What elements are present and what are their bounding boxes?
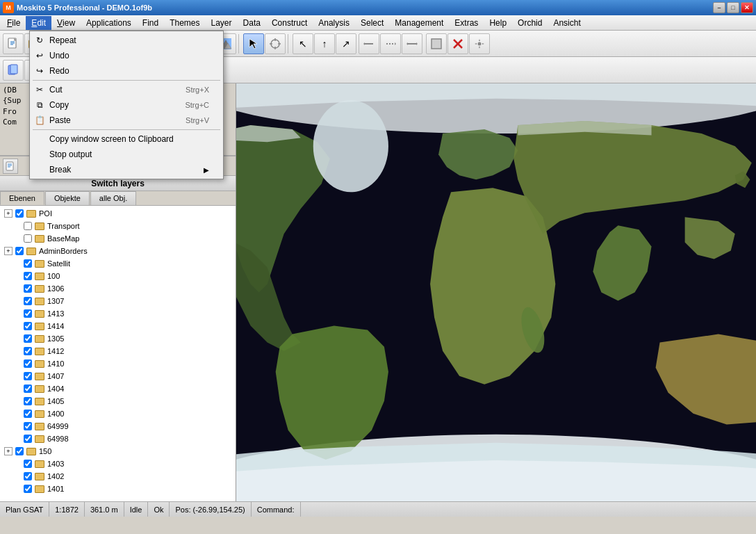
checkbox-1410[interactable] <box>24 359 32 368</box>
toolbar-line-1[interactable] <box>359 33 379 54</box>
title-bar: M Moskito 5 Professional - DEMO.1of9b – … <box>0 0 756 15</box>
list-item: 1400 <box>1 407 234 420</box>
close-button[interactable]: ✕ <box>741 2 753 13</box>
folder-icon-150 <box>26 448 36 455</box>
checkbox-1404[interactable] <box>24 385 32 393</box>
expand-spacer <box>13 347 21 355</box>
checkbox-1413[interactable] <box>24 309 32 318</box>
folder-icon-64999 <box>35 423 44 430</box>
toolbar-settings[interactable] <box>469 33 490 54</box>
checkbox-poi[interactable] <box>15 209 24 218</box>
menu-item-stop-output[interactable]: Stop output <box>30 147 223 162</box>
menu-extras[interactable]: Extras <box>449 16 484 30</box>
checkbox-1414[interactable] <box>24 322 32 330</box>
menu-layer[interactable]: Layer <box>206 16 238 30</box>
pos-text: Pos: (-26.99,154.25) <box>175 505 245 514</box>
status-scale: 1:1872 <box>49 502 85 517</box>
checkbox-satellit[interactable] <box>24 259 32 268</box>
checkbox-basemap[interactable] <box>24 234 32 243</box>
menu-edit[interactable]: Edit <box>26 16 51 30</box>
checkbox-150[interactable] <box>15 447 24 455</box>
checkbox-1401[interactable] <box>24 485 32 493</box>
menu-item-break[interactable]: Break ▶ <box>30 162 223 177</box>
menu-item-paste[interactable]: 📋 Paste Strg+V <box>30 113 223 128</box>
menu-item-undo[interactable]: ↩ Undo <box>30 48 223 63</box>
menu-file[interactable]: File <box>1 16 26 30</box>
svg-rect-66 <box>6 162 13 170</box>
toolbar-arrow-nw[interactable]: ↖ <box>293 33 313 54</box>
checkbox-64998[interactable] <box>24 435 32 443</box>
toolbar-line-3[interactable] <box>402 33 422 54</box>
checkbox-1412[interactable] <box>24 347 32 355</box>
toolbar-sep-5 <box>288 34 290 54</box>
toolbar-cursor-btn[interactable] <box>243 33 264 54</box>
list-item: 1401 <box>1 483 234 495</box>
minimize-button[interactable]: – <box>713 2 725 13</box>
checkbox-1307[interactable] <box>24 297 32 305</box>
menu-data[interactable]: Data <box>238 16 266 30</box>
toolbar-new-btn[interactable] <box>3 33 24 54</box>
layer-name-64998: 64998 <box>47 435 69 443</box>
status-distance: 361.0 m <box>85 502 124 517</box>
map-area[interactable] <box>236 83 756 501</box>
list-item: 1413 <box>1 307 234 320</box>
menu-select[interactable]: Select <box>355 16 389 30</box>
checkbox-transport[interactable] <box>24 222 32 230</box>
list-item: 1404 <box>1 382 234 395</box>
menu-item-copy[interactable]: ⧉ Copy Strg+C <box>30 97 223 113</box>
checkbox-adminborders[interactable] <box>15 247 24 255</box>
list-item: BaseMap <box>1 232 234 245</box>
checkbox-1305[interactable] <box>24 334 32 343</box>
list-item: 1412 <box>1 345 234 357</box>
tab-ebenen[interactable]: Ebenen <box>0 191 44 205</box>
menu-management[interactable]: Management <box>389 16 449 30</box>
toolbar-line-2[interactable] <box>380 33 401 54</box>
folder-icon-1410 <box>35 360 44 368</box>
menu-item-cut[interactable]: ✂ Cut Strg+X <box>30 82 223 97</box>
left-btn-1[interactable] <box>3 159 18 174</box>
menu-ansicht[interactable]: Ansicht <box>548 16 586 30</box>
menu-analysis[interactable]: Analysis <box>313 16 355 30</box>
checkbox-1403[interactable] <box>24 460 32 468</box>
expand-spacer <box>13 435 21 443</box>
menu-construct[interactable]: Construct <box>266 16 313 30</box>
expand-btn-poi[interactable]: + <box>4 209 13 218</box>
tab-objekte[interactable]: Objekte <box>45 191 90 205</box>
menu-item-redo[interactable]: ↪ Redo <box>30 63 223 79</box>
menu-themes[interactable]: Themes <box>164 16 205 30</box>
folder-icon-1405 <box>35 398 44 405</box>
menu-find[interactable]: Find <box>137 16 164 30</box>
checkbox-64999[interactable] <box>24 422 32 430</box>
expand-btn-150[interactable]: + <box>4 447 13 455</box>
checkbox-1407[interactable] <box>24 372 32 380</box>
menu-item-copy-window[interactable]: Copy window screen to Clipboard <box>30 131 223 147</box>
expand-spacer <box>13 485 21 493</box>
checkbox-1306[interactable] <box>24 284 32 293</box>
layer-name-poi: POI <box>39 209 52 218</box>
world-map[interactable] <box>236 83 756 501</box>
toolbar2-btn1[interactable] <box>3 60 24 81</box>
menu-orchid[interactable]: Orchid <box>512 16 548 30</box>
toolbar-arrow-ne[interactable]: ↗ <box>336 33 356 54</box>
svg-point-73 <box>313 100 388 192</box>
expand-spacer <box>13 334 21 343</box>
expand-spacer <box>13 422 21 430</box>
checkbox-1400[interactable] <box>24 410 32 418</box>
expand-spacer <box>13 410 21 418</box>
toolbar-rect-gray[interactable] <box>426 33 447 54</box>
menu-item-repeat[interactable]: ↻ Repeat <box>30 33 223 48</box>
toolbar-arrow-n[interactable]: ↑ <box>314 33 335 54</box>
menu-view[interactable]: View <box>51 16 81 30</box>
checkbox-100[interactable] <box>24 272 32 280</box>
list-item: 1307 <box>1 295 234 307</box>
expand-btn-adminborders[interactable]: + <box>4 247 13 255</box>
layer-name-64999: 64999 <box>47 422 69 430</box>
toolbar-x-red[interactable] <box>447 33 468 54</box>
menu-help[interactable]: Help <box>484 16 512 30</box>
toolbar-crosshair-btn[interactable] <box>265 33 286 54</box>
checkbox-1402[interactable] <box>24 472 32 480</box>
menu-applications[interactable]: Applications <box>81 16 137 30</box>
tab-alle-obj[interactable]: alle Obj. <box>90 191 136 205</box>
maximize-button[interactable]: □ <box>727 2 739 13</box>
checkbox-1405[interactable] <box>24 397 32 405</box>
